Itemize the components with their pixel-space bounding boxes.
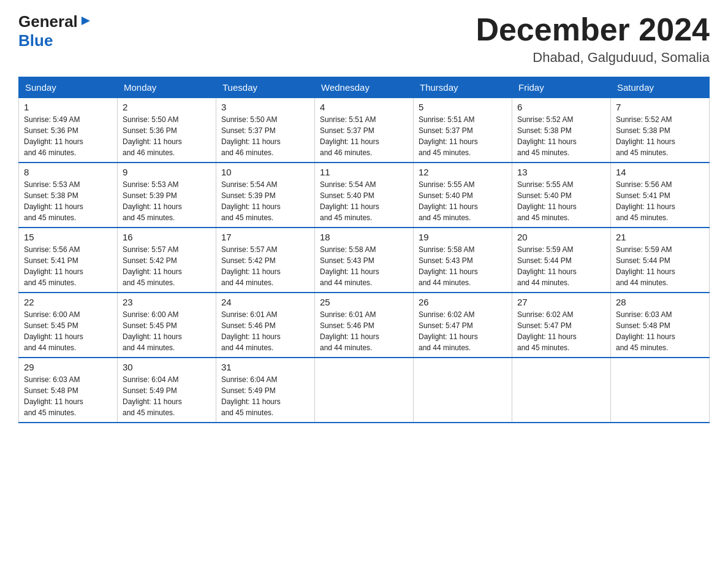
day-info: Sunrise: 5:56 AM Sunset: 5:41 PM Dayligh… bbox=[24, 244, 112, 288]
calendar-cell: 20Sunrise: 5:59 AM Sunset: 5:44 PM Dayli… bbox=[512, 228, 611, 293]
calendar-cell: 12Sunrise: 5:55 AM Sunset: 5:40 PM Dayli… bbox=[414, 163, 512, 228]
day-number: 14 bbox=[616, 167, 704, 177]
calendar-cell: 22Sunrise: 6:00 AM Sunset: 5:45 PM Dayli… bbox=[19, 293, 118, 358]
calendar-cell: 16Sunrise: 5:57 AM Sunset: 5:42 PM Dayli… bbox=[118, 228, 216, 293]
day-header-thursday: Thursday bbox=[414, 77, 512, 98]
calendar-cell: 18Sunrise: 5:58 AM Sunset: 5:43 PM Dayli… bbox=[315, 228, 414, 293]
day-number: 15 bbox=[24, 232, 112, 242]
day-number: 13 bbox=[517, 167, 605, 177]
calendar-cell bbox=[414, 358, 512, 423]
day-info: Sunrise: 6:04 AM Sunset: 5:49 PM Dayligh… bbox=[221, 374, 309, 418]
logo-general-text: General bbox=[18, 12, 78, 31]
calendar-cell: 2Sunrise: 5:50 AM Sunset: 5:36 PM Daylig… bbox=[118, 98, 216, 163]
calendar-cell: 25Sunrise: 6:01 AM Sunset: 5:46 PM Dayli… bbox=[315, 293, 414, 358]
day-info: Sunrise: 5:50 AM Sunset: 5:36 PM Dayligh… bbox=[123, 114, 211, 158]
day-info: Sunrise: 6:01 AM Sunset: 5:46 PM Dayligh… bbox=[221, 309, 309, 353]
calendar-cell: 21Sunrise: 5:59 AM Sunset: 5:44 PM Dayli… bbox=[611, 228, 710, 293]
day-number: 3 bbox=[221, 102, 309, 112]
day-number: 26 bbox=[419, 297, 507, 307]
day-info: Sunrise: 5:57 AM Sunset: 5:42 PM Dayligh… bbox=[123, 244, 211, 288]
calendar-cell: 7Sunrise: 5:52 AM Sunset: 5:38 PM Daylig… bbox=[611, 98, 710, 163]
calendar-cell: 27Sunrise: 6:02 AM Sunset: 5:47 PM Dayli… bbox=[512, 293, 611, 358]
logo-blue-text: Blue bbox=[18, 31, 53, 50]
calendar-week-row: 8Sunrise: 5:53 AM Sunset: 5:38 PM Daylig… bbox=[19, 163, 710, 228]
calendar-cell: 8Sunrise: 5:53 AM Sunset: 5:38 PM Daylig… bbox=[19, 163, 118, 228]
calendar-cell: 9Sunrise: 5:53 AM Sunset: 5:39 PM Daylig… bbox=[118, 163, 216, 228]
day-number: 22 bbox=[24, 297, 112, 307]
day-number: 19 bbox=[419, 232, 507, 242]
day-info: Sunrise: 6:01 AM Sunset: 5:46 PM Dayligh… bbox=[320, 309, 408, 353]
calendar-cell: 15Sunrise: 5:56 AM Sunset: 5:41 PM Dayli… bbox=[19, 228, 118, 293]
day-number: 28 bbox=[616, 297, 704, 307]
day-info: Sunrise: 5:50 AM Sunset: 5:37 PM Dayligh… bbox=[221, 114, 309, 158]
logo: General Blue bbox=[18, 12, 93, 50]
day-info: Sunrise: 5:51 AM Sunset: 5:37 PM Dayligh… bbox=[320, 114, 408, 158]
calendar-cell: 26Sunrise: 6:02 AM Sunset: 5:47 PM Dayli… bbox=[414, 293, 512, 358]
day-number: 10 bbox=[221, 167, 309, 177]
day-info: Sunrise: 6:00 AM Sunset: 5:45 PM Dayligh… bbox=[123, 309, 211, 353]
day-info: Sunrise: 5:59 AM Sunset: 5:44 PM Dayligh… bbox=[517, 244, 605, 288]
day-header-monday: Monday bbox=[118, 77, 216, 98]
day-info: Sunrise: 6:04 AM Sunset: 5:49 PM Dayligh… bbox=[123, 374, 211, 418]
day-number: 27 bbox=[517, 297, 605, 307]
day-info: Sunrise: 5:54 AM Sunset: 5:40 PM Dayligh… bbox=[320, 179, 408, 223]
day-number: 16 bbox=[123, 232, 211, 242]
day-info: Sunrise: 6:03 AM Sunset: 5:48 PM Dayligh… bbox=[24, 374, 112, 418]
day-number: 9 bbox=[123, 167, 211, 177]
calendar-cell: 29Sunrise: 6:03 AM Sunset: 5:48 PM Dayli… bbox=[19, 358, 118, 423]
location-title: Dhabad, Galguduud, Somalia bbox=[476, 50, 710, 66]
day-info: Sunrise: 5:57 AM Sunset: 5:42 PM Dayligh… bbox=[221, 244, 309, 288]
day-number: 1 bbox=[24, 102, 112, 112]
day-number: 23 bbox=[123, 297, 211, 307]
day-number: 18 bbox=[320, 232, 408, 242]
day-number: 8 bbox=[24, 167, 112, 177]
day-info: Sunrise: 6:02 AM Sunset: 5:47 PM Dayligh… bbox=[517, 309, 605, 353]
day-info: Sunrise: 6:02 AM Sunset: 5:47 PM Dayligh… bbox=[419, 309, 507, 353]
calendar-cell: 4Sunrise: 5:51 AM Sunset: 5:37 PM Daylig… bbox=[315, 98, 414, 163]
calendar-cell: 28Sunrise: 6:03 AM Sunset: 5:48 PM Dayli… bbox=[611, 293, 710, 358]
day-info: Sunrise: 6:00 AM Sunset: 5:45 PM Dayligh… bbox=[24, 309, 112, 353]
calendar-cell bbox=[315, 358, 414, 423]
day-number: 29 bbox=[24, 362, 112, 372]
calendar-cell: 31Sunrise: 6:04 AM Sunset: 5:49 PM Dayli… bbox=[216, 358, 315, 423]
day-info: Sunrise: 5:53 AM Sunset: 5:39 PM Dayligh… bbox=[123, 179, 211, 223]
calendar-cell: 14Sunrise: 5:56 AM Sunset: 5:41 PM Dayli… bbox=[611, 163, 710, 228]
page-header: General Blue December 2024 Dhabad, Galgu… bbox=[18, 12, 710, 66]
calendar-cell: 1Sunrise: 5:49 AM Sunset: 5:36 PM Daylig… bbox=[19, 98, 118, 163]
day-number: 25 bbox=[320, 297, 408, 307]
calendar-cell: 3Sunrise: 5:50 AM Sunset: 5:37 PM Daylig… bbox=[216, 98, 315, 163]
calendar-cell bbox=[611, 358, 710, 423]
month-title: December 2024 bbox=[476, 12, 710, 47]
calendar-table: SundayMondayTuesdayWednesdayThursdayFrid… bbox=[18, 77, 710, 423]
day-header-friday: Friday bbox=[512, 77, 611, 98]
day-number: 4 bbox=[320, 102, 408, 112]
day-number: 6 bbox=[517, 102, 605, 112]
calendar-cell: 23Sunrise: 6:00 AM Sunset: 5:45 PM Dayli… bbox=[118, 293, 216, 358]
day-info: Sunrise: 5:52 AM Sunset: 5:38 PM Dayligh… bbox=[517, 114, 605, 158]
day-header-saturday: Saturday bbox=[611, 77, 710, 98]
calendar-week-row: 1Sunrise: 5:49 AM Sunset: 5:36 PM Daylig… bbox=[19, 98, 710, 163]
day-number: 2 bbox=[123, 102, 211, 112]
day-number: 21 bbox=[616, 232, 704, 242]
day-info: Sunrise: 5:55 AM Sunset: 5:40 PM Dayligh… bbox=[517, 179, 605, 223]
day-info: Sunrise: 5:54 AM Sunset: 5:39 PM Dayligh… bbox=[221, 179, 309, 223]
calendar-cell: 10Sunrise: 5:54 AM Sunset: 5:39 PM Dayli… bbox=[216, 163, 315, 228]
day-info: Sunrise: 5:59 AM Sunset: 5:44 PM Dayligh… bbox=[616, 244, 704, 288]
calendar-cell: 30Sunrise: 6:04 AM Sunset: 5:49 PM Dayli… bbox=[118, 358, 216, 423]
day-info: Sunrise: 5:58 AM Sunset: 5:43 PM Dayligh… bbox=[419, 244, 507, 288]
day-info: Sunrise: 5:53 AM Sunset: 5:38 PM Dayligh… bbox=[24, 179, 112, 223]
day-header-tuesday: Tuesday bbox=[216, 77, 315, 98]
calendar-cell: 5Sunrise: 5:51 AM Sunset: 5:37 PM Daylig… bbox=[414, 98, 512, 163]
day-info: Sunrise: 5:58 AM Sunset: 5:43 PM Dayligh… bbox=[320, 244, 408, 288]
day-header-sunday: Sunday bbox=[19, 77, 118, 98]
day-info: Sunrise: 5:51 AM Sunset: 5:37 PM Dayligh… bbox=[419, 114, 507, 158]
day-number: 24 bbox=[221, 297, 309, 307]
day-number: 30 bbox=[123, 362, 211, 372]
calendar-cell: 19Sunrise: 5:58 AM Sunset: 5:43 PM Dayli… bbox=[414, 228, 512, 293]
day-info: Sunrise: 6:03 AM Sunset: 5:48 PM Dayligh… bbox=[616, 309, 704, 353]
day-number: 5 bbox=[419, 102, 507, 112]
calendar-header-row: SundayMondayTuesdayWednesdayThursdayFrid… bbox=[19, 77, 710, 98]
day-info: Sunrise: 5:49 AM Sunset: 5:36 PM Dayligh… bbox=[24, 114, 112, 158]
logo-arrow-icon bbox=[79, 14, 93, 28]
day-number: 31 bbox=[221, 362, 309, 372]
